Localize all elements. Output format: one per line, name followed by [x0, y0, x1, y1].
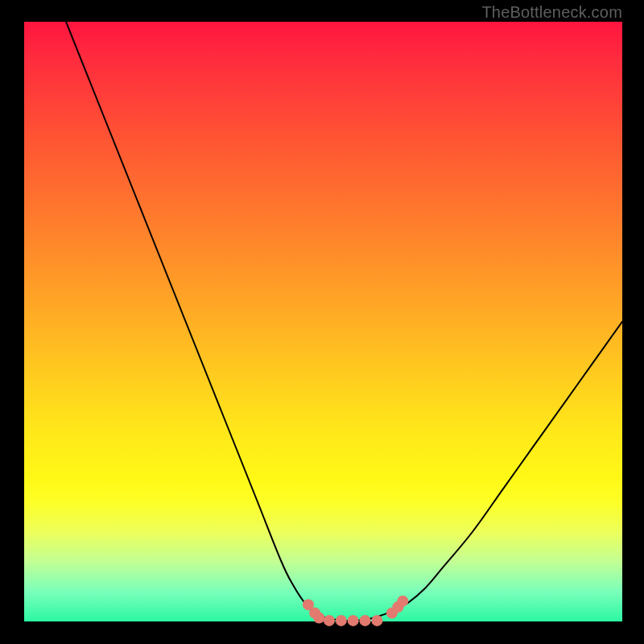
chart-stage: TheBottleneck.com: [0, 0, 644, 644]
marker-point: [336, 615, 347, 626]
marker-point: [397, 596, 408, 607]
marker-point: [360, 615, 371, 626]
marker-point: [324, 615, 335, 626]
marker-point: [371, 615, 382, 626]
marker-point: [313, 613, 324, 624]
curve-right-branch: [353, 322, 622, 621]
marker-point: [348, 615, 359, 626]
curve-overlay: [0, 0, 644, 644]
attribution-text: TheBottleneck.com: [481, 3, 622, 22]
curve-left-branch: [66, 22, 353, 621]
